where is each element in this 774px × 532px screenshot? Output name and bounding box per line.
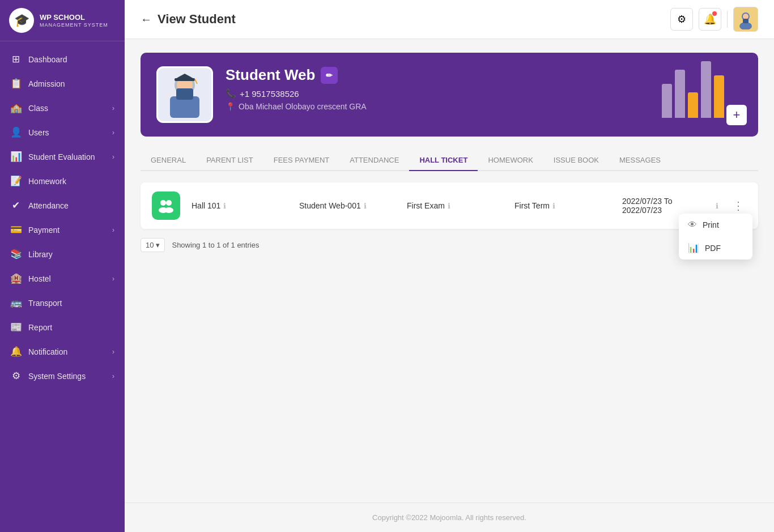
back-button[interactable]: ← — [141, 13, 152, 26]
print-icon: 👁 — [688, 220, 697, 230]
location-icon: 📍 — [226, 102, 235, 111]
chart-bar — [688, 92, 698, 118]
sidebar-item-users[interactable]: 👤 Users › — [0, 120, 125, 144]
student-evaluation-label: Student Evaluation — [28, 152, 95, 161]
chevron-right-icon: › — [112, 348, 114, 356]
svg-point-15 — [164, 207, 173, 213]
table-footer: 10 ▾ Showing 1 to 1 of 1 entries — [141, 238, 758, 252]
tab-general[interactable]: GENERAL — [141, 150, 196, 171]
system-settings-label: System Settings — [28, 372, 86, 381]
gear-icon: ⚙ — [677, 13, 686, 25]
sidebar-item-report[interactable]: 📰 Report — [0, 315, 125, 339]
settings-button[interactable]: ⚙ — [670, 8, 693, 31]
sidebar-item-dashboard[interactable]: ⊞ Dashboard — [0, 47, 125, 71]
users-icon: 👤 — [10, 126, 22, 138]
sidebar-item-class[interactable]: 🏫 Class › — [0, 96, 125, 120]
tab-messages[interactable]: MESSAGES — [609, 150, 671, 171]
divider — [727, 11, 728, 28]
hostel-icon: 🏨 — [10, 273, 22, 284]
chevron-down-icon: ▾ — [156, 241, 160, 249]
page-footer: Copyright ©2022 Mojoomla. All rights res… — [125, 503, 774, 532]
banner-chart — [662, 61, 724, 118]
svg-point-13 — [166, 200, 172, 206]
student-id-field: Student Web-001 ℹ — [299, 201, 395, 210]
homework-label: Homework — [28, 177, 66, 186]
sidebar-item-library[interactable]: 📚 Library — [0, 242, 125, 266]
transport-icon: 🚌 — [10, 297, 22, 309]
page-header: ← View Student ⚙ 🔔 — [125, 0, 774, 39]
dashboard-label: Dashboard — [28, 55, 67, 64]
entries-showing-text: Showing 1 to 1 of 1 entries — [172, 241, 259, 249]
students-icon — [157, 197, 175, 215]
attendance-icon: ✔ — [10, 199, 22, 211]
footer-text: Copyright ©2022 Mojoomla. All rights res… — [372, 513, 526, 522]
chart-bar — [714, 75, 724, 118]
user-avatar-button[interactable] — [733, 7, 758, 32]
svg-rect-8 — [176, 88, 193, 100]
main-content: ← View Student ⚙ 🔔 — [125, 0, 774, 532]
chevron-right-icon: › — [112, 153, 114, 161]
tab-fees-payment[interactable]: FEES PAYMENT — [263, 150, 339, 171]
actions-dropdown: 👁 Print 📊 PDF — [679, 214, 752, 259]
sidebar-item-notification[interactable]: 🔔 Notification › — [0, 339, 125, 364]
chevron-right-icon: › — [112, 129, 114, 137]
chevron-right-icon: › — [112, 104, 114, 112]
term-field: First Term ℹ — [514, 201, 611, 210]
tab-issue-book[interactable]: ISSUE BOOK — [543, 150, 609, 171]
sidebar-item-system-settings[interactable]: ⚙ System Settings › — [0, 364, 125, 388]
date-range-info-icon[interactable]: ℹ — [716, 202, 718, 210]
svg-line-11 — [195, 79, 197, 84]
sidebar-item-transport[interactable]: 🚌 Transport — [0, 291, 125, 315]
tab-homework[interactable]: HOMEWORK — [478, 150, 543, 171]
date-range-text: 2022/07/23 To 2022/07/23 — [622, 197, 713, 215]
svg-rect-4 — [743, 19, 749, 23]
chart-bar — [662, 84, 672, 118]
library-label: Library — [28, 250, 53, 259]
class-label: Class — [28, 104, 48, 113]
pdf-icon: 📊 — [688, 242, 699, 253]
hall-name-info-icon[interactable]: ℹ — [223, 202, 226, 210]
chevron-right-icon: › — [112, 275, 114, 283]
sidebar-item-payment[interactable]: 💳 Payment › — [0, 218, 125, 242]
report-icon: 📰 — [10, 321, 22, 333]
report-label: Report — [28, 323, 52, 332]
app-sub: MANAGEMENT SYSTEM — [40, 22, 108, 28]
term-info-icon[interactable]: ℹ — [552, 202, 555, 210]
sidebar: 🎓 WP SCHOOL MANAGEMENT SYSTEM ⊞ Dashboar… — [0, 0, 125, 532]
tab-parent-list[interactable]: PARENT LIST — [196, 150, 263, 171]
print-label: Print — [703, 220, 719, 229]
admission-icon: 📋 — [10, 78, 22, 90]
sidebar-item-hostel[interactable]: 🏨 Hostel › — [0, 266, 125, 291]
header-title: ← View Student — [141, 12, 236, 27]
sidebar-item-homework[interactable]: 📝 Homework — [0, 169, 125, 193]
student-id-info-icon[interactable]: ℹ — [364, 202, 367, 210]
add-button[interactable]: + — [726, 105, 747, 125]
per-page-value: 10 — [146, 241, 154, 249]
dropdown-item-pdf[interactable]: 📊 PDF — [679, 236, 752, 259]
chevron-right-icon: › — [112, 372, 114, 380]
sidebar-item-student-evaluation[interactable]: 📊 Student Evaluation › — [0, 144, 125, 169]
student-phone-text: +1 9517538526 — [240, 89, 299, 99]
notification-label: Notification — [28, 347, 67, 356]
exam-field: First Exam ℹ — [407, 201, 503, 210]
sidebar-item-admission[interactable]: 📋 Admission — [0, 71, 125, 96]
edit-student-button[interactable]: ✏ — [321, 67, 338, 84]
sidebar-item-attendance[interactable]: ✔ Attendance — [0, 193, 125, 218]
svg-point-12 — [160, 200, 166, 206]
notification-button[interactable]: 🔔 — [699, 8, 721, 31]
exam-info-icon[interactable]: ℹ — [448, 202, 450, 210]
pdf-label: PDF — [705, 244, 721, 253]
chart-bar — [701, 61, 711, 118]
sidebar-logo: 🎓 WP SCHOOL MANAGEMENT SYSTEM — [0, 0, 125, 41]
row-actions-button[interactable]: ⋮ — [730, 197, 747, 214]
per-page-select[interactable]: 10 ▾ — [141, 238, 165, 252]
homework-icon: 📝 — [10, 175, 22, 187]
exam-text: First Exam — [407, 201, 445, 210]
student-address-text: Oba Michael Olobayo crescent GRA — [239, 102, 367, 111]
dropdown-item-print[interactable]: 👁 Print — [679, 214, 752, 236]
hall-name-field: Hall 101 ℹ — [192, 201, 288, 210]
notification-icon: 🔔 — [10, 346, 22, 357]
tab-attendance[interactable]: ATTENDANCE — [339, 150, 409, 171]
admission-label: Admission — [28, 79, 65, 88]
tab-hall-ticket[interactable]: HALL TICKET — [409, 150, 478, 171]
